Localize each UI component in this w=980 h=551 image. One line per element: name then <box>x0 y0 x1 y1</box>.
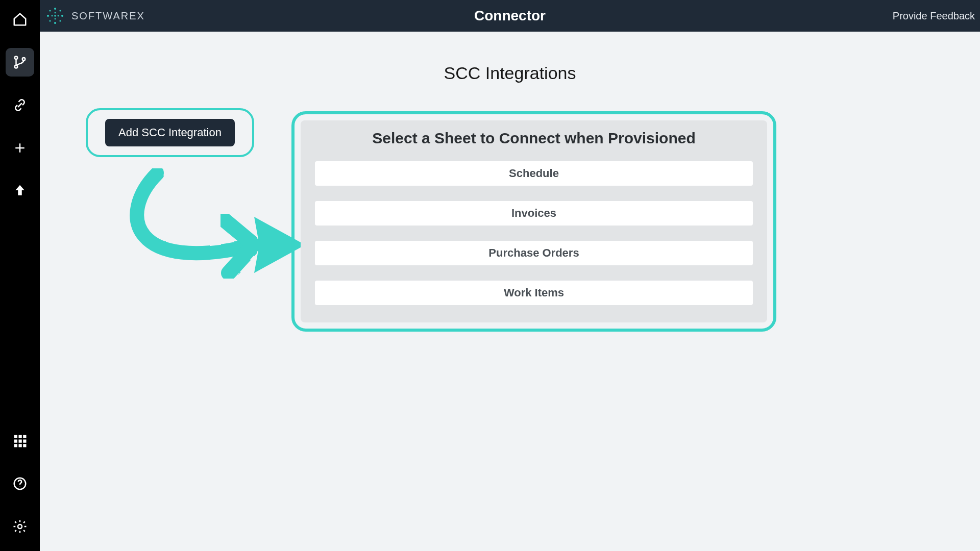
help-icon <box>12 476 28 491</box>
sidebar-bottom-group <box>6 427 34 541</box>
add-integration-callout: Add SCC Integration <box>86 108 254 157</box>
page-title: SCC Integrations <box>40 63 980 83</box>
svg-point-16 <box>54 22 56 24</box>
sidebar-top-group <box>6 5 34 205</box>
sidebar <box>0 0 40 551</box>
add-scc-integration-button[interactable]: Add SCC Integration <box>105 119 235 146</box>
sheet-option-work-items[interactable]: Work Items <box>315 281 753 305</box>
arrow-annotation <box>101 168 315 321</box>
logo-icon <box>45 6 65 26</box>
topbar: SOFTWAREX Connector Provide Feedback <box>40 0 980 32</box>
svg-point-15 <box>54 8 56 10</box>
svg-rect-5 <box>23 435 26 438</box>
apps-button[interactable] <box>6 427 34 455</box>
svg-rect-3 <box>14 435 17 438</box>
plus-icon <box>12 140 28 156</box>
svg-rect-8 <box>23 440 26 443</box>
home-icon <box>12 12 28 27</box>
svg-point-0 <box>15 57 18 60</box>
brand-name: SOFTWAREX <box>71 10 145 22</box>
upload-button[interactable] <box>6 177 34 205</box>
svg-point-2 <box>22 58 26 61</box>
sheet-option-purchase-orders[interactable]: Purchase Orders <box>315 241 753 265</box>
provide-feedback-link[interactable]: Provide Feedback <box>893 10 975 22</box>
svg-point-17 <box>47 15 49 17</box>
svg-point-21 <box>49 20 51 21</box>
grid-icon <box>12 433 28 448</box>
svg-point-13 <box>19 487 20 488</box>
panel-title: Select a Sheet to Connect when Provision… <box>315 130 753 147</box>
branch-button[interactable] <box>6 48 34 77</box>
main-content: SCC Integrations Add SCC Integration Sel… <box>40 32 980 551</box>
brand-logo <box>45 6 65 26</box>
svg-rect-9 <box>14 444 17 447</box>
brand: SOFTWAREX <box>45 6 145 26</box>
svg-point-1 <box>15 65 18 68</box>
sheet-select-panel: Select a Sheet to Connect when Provision… <box>291 111 776 332</box>
sheet-select-panel-inner: Select a Sheet to Connect when Provision… <box>301 120 767 322</box>
git-branch-icon <box>12 55 28 70</box>
svg-point-14 <box>18 524 22 529</box>
sheet-option-schedule[interactable]: Schedule <box>315 161 753 186</box>
svg-rect-11 <box>23 444 26 447</box>
svg-point-20 <box>59 10 61 11</box>
gear-icon <box>12 519 28 534</box>
svg-rect-10 <box>19 444 22 447</box>
link-button[interactable] <box>6 91 34 119</box>
upload-icon <box>12 183 28 198</box>
help-button[interactable] <box>6 469 34 498</box>
svg-point-27 <box>54 15 56 17</box>
svg-rect-4 <box>19 435 22 438</box>
svg-point-26 <box>58 15 59 17</box>
page-header-title: Connector <box>474 8 546 24</box>
svg-rect-6 <box>14 440 17 443</box>
svg-point-24 <box>55 18 56 20</box>
sheet-option-invoices[interactable]: Invoices <box>315 201 753 226</box>
svg-point-23 <box>55 12 56 14</box>
link-icon <box>12 97 28 113</box>
svg-point-18 <box>61 15 63 17</box>
svg-point-25 <box>52 15 53 17</box>
home-button[interactable] <box>6 5 34 34</box>
settings-button[interactable] <box>6 512 34 541</box>
svg-point-22 <box>59 20 61 21</box>
add-button[interactable] <box>6 134 34 162</box>
svg-point-19 <box>49 10 51 11</box>
svg-rect-7 <box>19 440 22 443</box>
